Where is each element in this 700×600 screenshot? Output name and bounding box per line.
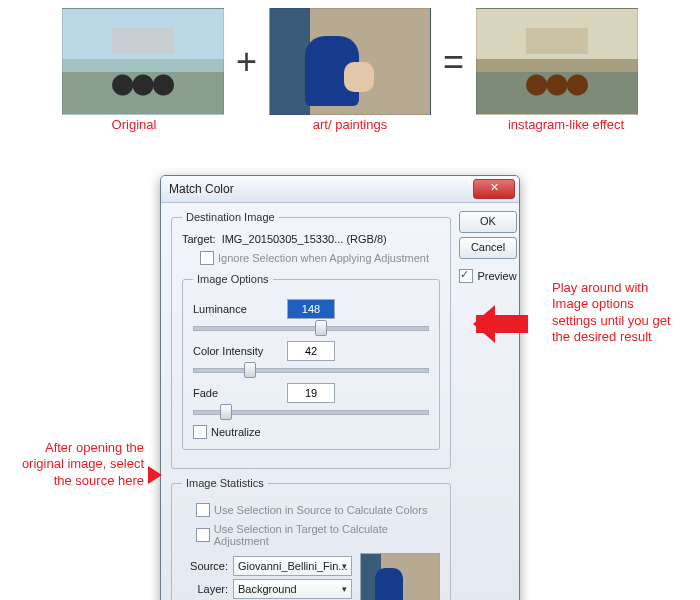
neutralize-checkbox[interactable] bbox=[193, 425, 207, 439]
source-dropdown[interactable]: Giovanni_Bellini_Fin... bbox=[233, 556, 352, 576]
image-options-legend: Image Options bbox=[193, 273, 273, 285]
layer-value: Background bbox=[238, 583, 297, 595]
plus-symbol: + bbox=[234, 41, 259, 83]
original-thumbnail bbox=[62, 8, 224, 115]
use-source-selection-label: Use Selection in Source to Calculate Col… bbox=[214, 504, 427, 516]
preview-label: Preview bbox=[477, 270, 516, 282]
use-target-selection-label: Use Selection in Target to Calculate Adj… bbox=[214, 523, 441, 547]
luminance-input[interactable] bbox=[287, 299, 335, 319]
neutralize-label: Neutralize bbox=[211, 426, 261, 438]
ignore-selection-label: Ignore Selection when Applying Adjustmen… bbox=[218, 252, 429, 264]
target-value: IMG_20150305_15330... (RGB/8) bbox=[222, 233, 387, 245]
dialog-titlebar[interactable]: Match Color ✕ bbox=[161, 176, 519, 203]
cancel-button[interactable]: Cancel bbox=[459, 237, 516, 259]
match-color-dialog: Match Color ✕ Destination Image Target: … bbox=[160, 175, 520, 600]
preview-checkbox[interactable] bbox=[459, 269, 473, 283]
source-label: Source: bbox=[182, 560, 228, 572]
layer-label: Layer: bbox=[182, 583, 228, 595]
layer-dropdown[interactable]: Background bbox=[233, 579, 352, 599]
annotation-left: After opening the original image, select… bbox=[14, 440, 144, 489]
equation-row: + = bbox=[0, 0, 700, 115]
caption-original: Original bbox=[54, 117, 214, 132]
equals-symbol: = bbox=[441, 41, 466, 83]
image-options-group: Image Options Luminance Color Intensity bbox=[182, 273, 440, 450]
color-intensity-input[interactable] bbox=[287, 341, 335, 361]
color-intensity-slider[interactable] bbox=[193, 361, 429, 377]
image-statistics-group: Image Statistics Use Selection in Source… bbox=[171, 477, 451, 600]
luminance-label: Luminance bbox=[193, 303, 287, 315]
ok-button[interactable]: OK bbox=[459, 211, 516, 233]
caption-result: instagram-like effect bbox=[486, 117, 646, 132]
dialog-title: Match Color bbox=[169, 182, 473, 196]
source-value: Giovanni_Bellini_Fin... bbox=[238, 560, 347, 572]
caption-art: art/ paintings bbox=[270, 117, 430, 132]
art-thumbnail bbox=[269, 8, 431, 115]
luminance-slider[interactable] bbox=[193, 319, 429, 335]
use-source-selection-checkbox bbox=[196, 503, 210, 517]
destination-image-group: Destination Image Target: IMG_20150305_1… bbox=[171, 211, 451, 469]
fade-label: Fade bbox=[193, 387, 287, 399]
result-thumbnail bbox=[476, 8, 638, 115]
ignore-selection-checkbox bbox=[200, 251, 214, 265]
use-target-selection-checkbox bbox=[196, 528, 210, 542]
fade-input[interactable] bbox=[287, 383, 335, 403]
annotation-right: Play around with Image options settings … bbox=[552, 280, 682, 345]
source-preview-thumbnail bbox=[360, 553, 440, 600]
close-button[interactable]: ✕ bbox=[473, 179, 515, 199]
color-intensity-label: Color Intensity bbox=[193, 345, 287, 357]
destination-legend: Destination Image bbox=[182, 211, 279, 223]
image-statistics-legend: Image Statistics bbox=[182, 477, 268, 489]
caption-row: Original art/ paintings instagram-like e… bbox=[0, 117, 700, 132]
fade-slider[interactable] bbox=[193, 403, 429, 419]
target-label: Target: bbox=[182, 233, 216, 245]
